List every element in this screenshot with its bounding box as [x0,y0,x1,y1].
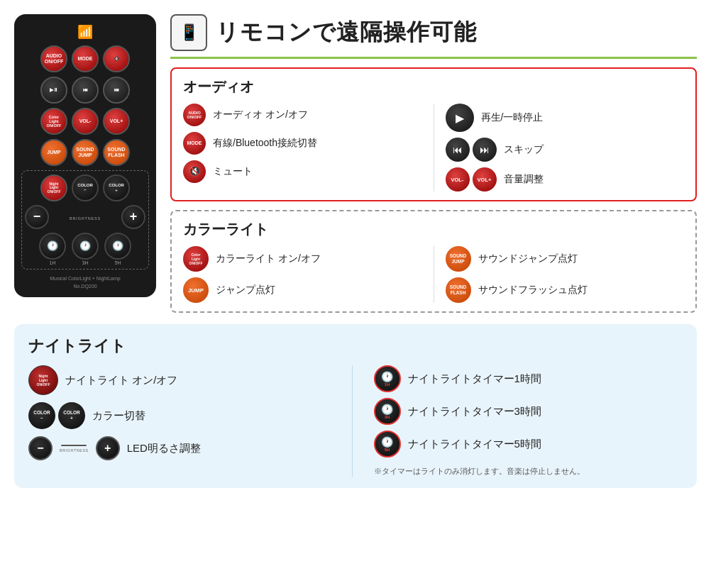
led-plus-btn[interactable]: + [96,436,120,460]
right-panel: 📱 リモコンで遠隔操作可能 オーディオ AUDIOON/OFF オーディオ オン… [170,14,697,313]
btn-play-pause[interactable]: ▶⏸ [40,77,67,104]
play-pause-icon: ▶ [446,104,474,132]
audio-onoff-icon: AUDIOON/OFF [183,104,206,126]
audio-content: AUDIOON/OFF オーディオ オン/オフ MODE 有線/Bluetoot… [183,104,684,192]
nightlight-onoff-icon: NightLightON/OFF [28,365,58,395]
timer-5h-text: ナイトライトタイマー5時間 [408,438,541,451]
btn-audio-onoff[interactable]: AUDIOON/OFF [40,45,67,72]
audio-feature-1-text: オーディオ オン/オフ [213,109,308,121]
jump-icon: JUMP [183,277,209,303]
colorlight-feature-1-text: カラーライト オン/オフ [216,253,321,265]
btn-color-minus[interactable]: COLOR− [72,174,99,201]
audio-feature-3: 🔇 ミュート [183,160,422,183]
colorlight-onoff-icon: ColorLightON/OFF [183,246,209,272]
btn-jump[interactable]: JUMP [40,139,67,166]
nightlight-section: ナイトライト NightLightON/OFF ナイトライト オン/オフ COL… [14,324,697,488]
remote-row-2: ▶⏸ ⏮ ⏭ [40,77,130,104]
timer-1h[interactable]: 🕐 1H [39,233,66,265]
timer-row: 🕐 1H 🕐 3H 🕐 5H [39,233,131,265]
remote-row-3: ColorLightON/OFF VOL- VOL+ [40,108,130,135]
nightlight-feature-3-text: LED明るさ調整 [127,442,201,455]
remote-control: 📶 AUDIOON/OFF MODE 🔇 ▶⏸ ⏮ ⏭ ColorLightON… [14,14,156,297]
colorlight-feature-1: ColorLightON/OFF カラーライト オン/オフ [183,246,422,272]
audio-feature-6: VOL- VOL+ 音量調整 [446,167,685,192]
brightness-bar-label: BRIGHTNESS [60,448,89,453]
timer-1h-row: 🕐 1H ナイトライトタイマー1時間 [374,365,683,392]
colorlight-feature-2: JUMP ジャンプ点灯 [183,277,422,303]
audio-feature-4: ▶ 再生/一時停止 [446,104,685,132]
audio-feature-5-text: スキップ [504,143,544,156]
timer-5h-row: 🕐 5H ナイトライトタイマー5時間 [374,431,683,457]
page-header: 📱 リモコンで遠隔操作可能 [170,14,697,59]
colorlight-feature-2-text: ジャンプ点灯 [216,284,275,296]
color-minus-icon: COLOR− [28,402,55,429]
timer-1h-label: 1H [50,260,55,265]
remote-icon: 📱 [170,14,207,51]
vol-plus-icon: VOL+ [473,167,497,192]
timer-1h-icon: 🕐 1H [374,365,401,392]
vol-icons: VOL- VOL+ [446,167,497,192]
timer-3h-label: 3H [82,260,88,265]
nightlight-features-right: 🕐 1H ナイトライトタイマー1時間 🕐 3H ナイトライトタイマー3時間 🕐 … [367,365,683,477]
brightness-label: BRIGHTNESS [70,216,101,221]
led-brightness-bar [61,445,87,446]
btn-color-plus[interactable]: COLOR+ [103,174,130,201]
btn-skip-back[interactable]: ⏮ [72,77,99,104]
remote-row-1: AUDIOON/OFF MODE 🔇 [40,45,130,72]
colorlight-feature-3: SOUNDJUMP サウンドジャンプ点灯 [446,246,685,272]
colorlight-content: ColorLightON/OFF カラーライト オン/オフ JUMP ジャンプ点… [183,246,684,303]
nightlight-content: NightLightON/OFF ナイトライト オン/オフ COLOR− COL… [28,365,683,477]
remote-brand: Musical ColorLight + NightLamp No.DQ200 [50,275,120,290]
nightlight-features-left: NightLightON/OFF ナイトライト オン/オフ COLOR− COL… [28,365,353,477]
colorlight-feature-4: SOUNDFLASH サウンドフラッシュ点灯 [446,277,685,303]
timer-5h-icon: 🕐 5H [374,431,401,457]
timer-5h-label: 5H [115,260,121,265]
sound-jump-icon: SOUNDJUMP [446,246,471,272]
btn-nightlight-onoff[interactable]: NightLightON/OFF [40,174,67,201]
timer-5h[interactable]: 🕐 5H [104,233,131,265]
timer-3h[interactable]: 🕐 3H [72,233,99,265]
audio-feature-4-text: 再生/一時停止 [481,111,544,124]
nightlight-title: ナイトライト [28,335,683,357]
colorlight-features-left: ColorLightON/OFF カラーライト オン/オフ JUMP ジャンプ点… [183,246,434,303]
page-title: リモコンで遠隔操作可能 [216,17,477,48]
timer-1h-text: ナイトライトタイマー1時間 [408,372,541,386]
audio-feature-1: AUDIOON/OFF オーディオ オン/オフ [183,104,422,126]
btn-brightness-plus[interactable]: + [121,205,145,229]
sound-flash-icon: SOUNDFLASH [446,277,471,303]
color-plus-icon: COLOR+ [58,402,85,429]
audio-feature-3-text: ミュート [213,165,253,178]
mode-icon: MODE [183,132,206,155]
skip-fwd-icon: ⏭ [473,138,497,162]
nightlight-feature-2: COLOR− COLOR+ カラー切替 [28,402,338,429]
btn-brightness-minus[interactable]: − [25,205,49,229]
colorlight-feature-3-text: サウンドジャンプ点灯 [478,253,578,265]
audio-features-left: AUDIOON/OFF オーディオ オン/オフ MODE 有線/Bluetoot… [183,104,434,192]
audio-features-right: ▶ 再生/一時停止 ⏮ ⏭ スキップ VOL- VOL+ [434,104,685,192]
remote-row-5: NightLightON/OFF COLOR− COLOR+ [40,174,130,201]
btn-skip-fwd[interactable]: ⏭ [103,77,130,104]
audio-section: オーディオ AUDIOON/OFF オーディオ オン/オフ MODE 有線/Bl… [170,67,697,201]
nightlight-feature-3: − BRIGHTNESS + LED明るさ調整 [28,436,338,460]
colorlight-features-right: SOUNDJUMP サウンドジャンプ点灯 SOUNDFLASH サウンドフラッシ… [434,246,685,303]
led-minus-btn[interactable]: − [28,436,53,460]
btn-vol-minus[interactable]: VOL- [72,108,99,135]
btn-sound-jump[interactable]: SOUNDJUMP [72,139,99,166]
btn-colorlight-onoff[interactable]: ColorLightON/OFF [40,108,67,135]
audio-feature-2: MODE 有線/Bluetooth接続切替 [183,132,422,155]
btn-mode[interactable]: MODE [72,45,99,72]
colorlight-section: カラーライト ColorLightON/OFF カラーライト オン/オフ JUM… [170,210,697,313]
brightness-row: − BRIGHTNESS + [25,205,145,229]
timer-note: ※タイマーはライトのみ消灯します。音楽は停止しません。 [374,466,683,477]
top-section: 📶 AUDIOON/OFF MODE 🔇 ▶⏸ ⏮ ⏭ ColorLightON… [14,14,697,313]
skip-icons: ⏮ ⏭ [446,138,497,162]
audio-title: オーディオ [183,77,684,96]
brightness-pair: − BRIGHTNESS + [28,436,120,460]
btn-vol-plus[interactable]: VOL+ [103,108,130,135]
mute-icon: 🔇 [183,160,206,183]
btn-sound-flash[interactable]: SOUNDFLASH [103,139,130,166]
remote-row-4: JUMP SOUNDJUMP SOUNDFLASH [40,139,130,166]
wifi-icon: 📶 [77,24,93,40]
audio-feature-6-text: 音量調整 [504,173,544,186]
btn-mute[interactable]: 🔇 [103,45,130,72]
